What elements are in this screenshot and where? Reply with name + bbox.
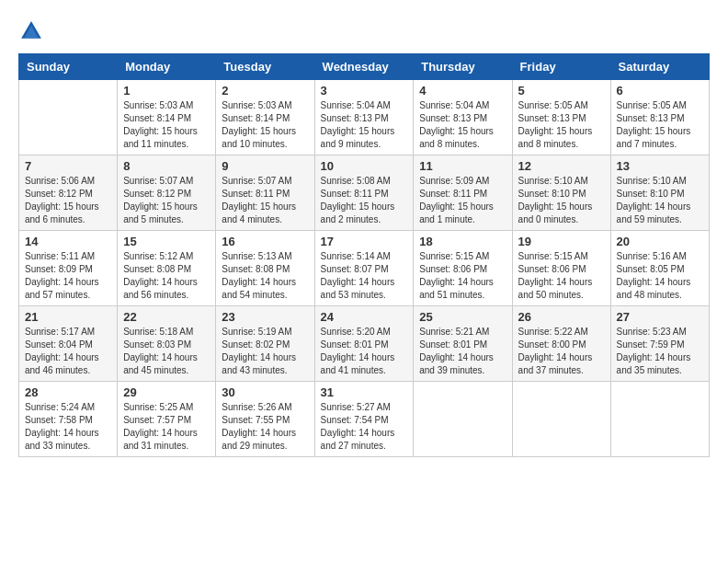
day-info: Sunrise: 5:07 AM Sunset: 8:11 PM Dayligh… (222, 175, 308, 226)
calendar-cell: 1Sunrise: 5:03 AM Sunset: 8:14 PM Daylig… (118, 80, 216, 155)
day-number: 21 (25, 310, 111, 324)
day-of-week-header: Friday (512, 54, 610, 80)
day-info: Sunrise: 5:21 AM Sunset: 8:01 PM Dayligh… (419, 326, 506, 377)
day-number: 4 (419, 84, 506, 98)
day-number: 19 (518, 235, 605, 248)
day-info: Sunrise: 5:17 AM Sunset: 8:04 PM Dayligh… (25, 326, 111, 377)
day-info: Sunrise: 5:22 AM Sunset: 8:00 PM Dayligh… (518, 326, 605, 377)
day-number: 23 (222, 310, 308, 324)
day-number: 16 (222, 235, 308, 248)
calendar-cell: 7Sunrise: 5:06 AM Sunset: 8:12 PM Daylig… (19, 155, 118, 231)
day-number: 30 (222, 385, 308, 399)
calendar-cell: 4Sunrise: 5:04 AM Sunset: 8:13 PM Daylig… (414, 80, 512, 155)
day-info: Sunrise: 5:13 AM Sunset: 8:08 PM Dayligh… (222, 250, 308, 302)
day-number: 18 (419, 235, 506, 248)
calendar-cell: 31Sunrise: 5:27 AM Sunset: 7:54 PM Dayli… (314, 382, 414, 457)
day-info: Sunrise: 5:06 AM Sunset: 8:12 PM Dayligh… (25, 175, 111, 226)
calendar-cell: 29Sunrise: 5:25 AM Sunset: 7:57 PM Dayli… (118, 382, 216, 457)
calendar-cell: 18Sunrise: 5:15 AM Sunset: 8:06 PM Dayli… (414, 231, 512, 306)
calendar-week-row: 21Sunrise: 5:17 AM Sunset: 8:04 PM Dayli… (19, 306, 710, 382)
day-number: 15 (123, 235, 210, 248)
day-of-week-header: Wednesday (314, 54, 414, 80)
calendar-cell: 22Sunrise: 5:18 AM Sunset: 8:03 PM Dayli… (118, 306, 216, 382)
calendar-cell: 2Sunrise: 5:03 AM Sunset: 8:14 PM Daylig… (216, 80, 314, 155)
calendar-week-row: 1Sunrise: 5:03 AM Sunset: 8:14 PM Daylig… (19, 80, 710, 155)
calendar-cell (19, 80, 118, 155)
day-number: 17 (321, 235, 408, 248)
day-number: 22 (123, 310, 210, 324)
calendar-cell: 19Sunrise: 5:15 AM Sunset: 8:06 PM Dayli… (512, 231, 610, 306)
day-info: Sunrise: 5:05 AM Sunset: 8:13 PM Dayligh… (617, 99, 703, 151)
logo-icon (18, 18, 44, 44)
day-info: Sunrise: 5:04 AM Sunset: 8:13 PM Dayligh… (321, 99, 408, 151)
day-number: 2 (222, 84, 308, 98)
day-info: Sunrise: 5:11 AM Sunset: 8:09 PM Dayligh… (25, 250, 111, 302)
calendar-cell: 21Sunrise: 5:17 AM Sunset: 8:04 PM Dayli… (19, 306, 118, 382)
calendar-cell: 16Sunrise: 5:13 AM Sunset: 8:08 PM Dayli… (216, 231, 314, 306)
day-of-week-header: Tuesday (216, 54, 314, 80)
calendar-cell: 15Sunrise: 5:12 AM Sunset: 8:08 PM Dayli… (118, 231, 216, 306)
logo (18, 18, 48, 44)
day-info: Sunrise: 5:23 AM Sunset: 7:59 PM Dayligh… (617, 326, 703, 377)
day-number: 29 (123, 385, 210, 399)
day-info: Sunrise: 5:10 AM Sunset: 8:10 PM Dayligh… (617, 175, 703, 226)
calendar-cell: 30Sunrise: 5:26 AM Sunset: 7:55 PM Dayli… (216, 382, 314, 457)
day-number: 24 (321, 310, 408, 324)
day-info: Sunrise: 5:12 AM Sunset: 8:08 PM Dayligh… (123, 250, 210, 302)
calendar-cell: 17Sunrise: 5:14 AM Sunset: 8:07 PM Dayli… (314, 231, 414, 306)
calendar-week-row: 14Sunrise: 5:11 AM Sunset: 8:09 PM Dayli… (19, 231, 710, 306)
day-number: 1 (123, 84, 210, 98)
calendar-week-row: 7Sunrise: 5:06 AM Sunset: 8:12 PM Daylig… (19, 155, 710, 231)
day-info: Sunrise: 5:07 AM Sunset: 8:12 PM Dayligh… (123, 175, 210, 226)
day-number: 26 (518, 310, 605, 324)
calendar-week-row: 28Sunrise: 5:24 AM Sunset: 7:58 PM Dayli… (19, 382, 710, 457)
day-number: 6 (617, 84, 703, 98)
calendar-cell: 23Sunrise: 5:19 AM Sunset: 8:02 PM Dayli… (216, 306, 314, 382)
day-number: 12 (518, 159, 605, 173)
day-info: Sunrise: 5:05 AM Sunset: 8:13 PM Dayligh… (518, 99, 605, 151)
day-of-week-header: Thursday (414, 54, 512, 80)
day-number: 27 (617, 310, 703, 324)
calendar-cell: 12Sunrise: 5:10 AM Sunset: 8:10 PM Dayli… (512, 155, 610, 231)
calendar-cell: 3Sunrise: 5:04 AM Sunset: 8:13 PM Daylig… (314, 80, 414, 155)
day-info: Sunrise: 5:26 AM Sunset: 7:55 PM Dayligh… (222, 401, 308, 453)
day-of-week-header: Sunday (19, 54, 118, 80)
day-info: Sunrise: 5:15 AM Sunset: 8:06 PM Dayligh… (419, 250, 506, 302)
day-info: Sunrise: 5:14 AM Sunset: 8:07 PM Dayligh… (321, 250, 408, 302)
day-number: 20 (617, 235, 703, 248)
day-info: Sunrise: 5:16 AM Sunset: 8:05 PM Dayligh… (617, 250, 703, 302)
calendar-cell: 9Sunrise: 5:07 AM Sunset: 8:11 PM Daylig… (216, 155, 314, 231)
calendar-cell: 28Sunrise: 5:24 AM Sunset: 7:58 PM Dayli… (19, 382, 118, 457)
day-info: Sunrise: 5:03 AM Sunset: 8:14 PM Dayligh… (222, 99, 308, 151)
day-number: 25 (419, 310, 506, 324)
calendar-table: SundayMondayTuesdayWednesdayThursdayFrid… (18, 53, 710, 457)
day-info: Sunrise: 5:20 AM Sunset: 8:01 PM Dayligh… (321, 326, 408, 377)
day-number: 10 (321, 159, 408, 173)
calendar-cell: 10Sunrise: 5:08 AM Sunset: 8:11 PM Dayli… (314, 155, 414, 231)
day-number: 9 (222, 159, 308, 173)
day-info: Sunrise: 5:08 AM Sunset: 8:11 PM Dayligh… (321, 175, 408, 226)
day-number: 14 (25, 235, 111, 248)
calendar-cell: 11Sunrise: 5:09 AM Sunset: 8:11 PM Dayli… (414, 155, 512, 231)
day-info: Sunrise: 5:18 AM Sunset: 8:03 PM Dayligh… (123, 326, 210, 377)
calendar-cell (512, 382, 610, 457)
day-info: Sunrise: 5:15 AM Sunset: 8:06 PM Dayligh… (518, 250, 605, 302)
day-number: 13 (617, 159, 703, 173)
calendar-cell: 8Sunrise: 5:07 AM Sunset: 8:12 PM Daylig… (118, 155, 216, 231)
calendar-cell: 27Sunrise: 5:23 AM Sunset: 7:59 PM Dayli… (610, 306, 709, 382)
day-number: 3 (321, 84, 408, 98)
calendar-cell (414, 382, 512, 457)
day-number: 8 (123, 159, 210, 173)
day-of-week-header: Saturday (610, 54, 709, 80)
day-info: Sunrise: 5:03 AM Sunset: 8:14 PM Dayligh… (123, 99, 210, 151)
day-info: Sunrise: 5:04 AM Sunset: 8:13 PM Dayligh… (419, 99, 506, 151)
calendar-cell: 5Sunrise: 5:05 AM Sunset: 8:13 PM Daylig… (512, 80, 610, 155)
day-number: 7 (25, 159, 111, 173)
calendar-cell: 6Sunrise: 5:05 AM Sunset: 8:13 PM Daylig… (610, 80, 709, 155)
day-number: 28 (25, 385, 111, 399)
calendar-cell: 13Sunrise: 5:10 AM Sunset: 8:10 PM Dayli… (610, 155, 709, 231)
calendar-cell: 14Sunrise: 5:11 AM Sunset: 8:09 PM Dayli… (19, 231, 118, 306)
calendar-cell: 26Sunrise: 5:22 AM Sunset: 8:00 PM Dayli… (512, 306, 610, 382)
day-number: 11 (419, 159, 506, 173)
day-number: 31 (321, 385, 408, 399)
